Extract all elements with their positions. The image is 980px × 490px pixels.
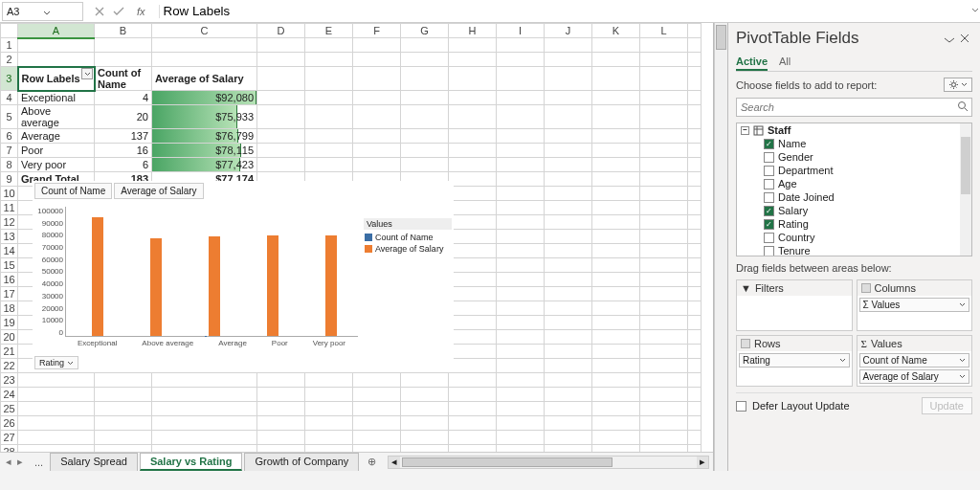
field-checkbox[interactable]: ✓ <box>764 206 774 216</box>
sheet-tab[interactable]: Growth of Company <box>244 453 359 471</box>
pivot-header-cell[interactable]: Count of Name <box>95 67 152 91</box>
field-checkbox[interactable] <box>764 192 774 203</box>
filter-dropdown-icon[interactable] <box>81 68 93 79</box>
row-header[interactable]: 4 <box>1 91 18 105</box>
row-header[interactable]: 8 <box>1 158 18 172</box>
row-header[interactable]: 12 <box>1 215 18 230</box>
row-header[interactable]: 20 <box>1 330 18 345</box>
scroll-thumb[interactable] <box>961 137 970 194</box>
row-header[interactable]: 18 <box>1 301 18 316</box>
chart-filter-button[interactable]: Rating <box>34 356 78 369</box>
row-header[interactable]: 5 <box>1 105 18 129</box>
row-header[interactable]: 6 <box>1 129 18 144</box>
row-header[interactable]: 21 <box>1 345 18 359</box>
cancel-icon[interactable] <box>93 5 106 18</box>
row-header[interactable]: 14 <box>1 244 18 258</box>
values-zone[interactable]: ΣValues Count of NameAverage of Salary <box>857 335 973 387</box>
field-checkbox[interactable] <box>764 179 774 189</box>
add-sheet-icon[interactable]: ⊕ <box>360 456 384 468</box>
pivot-count-cell[interactable]: 6 <box>95 158 152 172</box>
column-header[interactable]: F <box>353 24 401 38</box>
vertical-scrollbar[interactable] <box>714 23 727 471</box>
filters-zone[interactable]: ▼Filters <box>736 279 853 331</box>
row-header[interactable]: 15 <box>1 258 18 273</box>
pivot-avg-cell[interactable]: $76,799 <box>152 129 257 144</box>
scroll-left-icon[interactable]: ◂ <box>389 457 400 468</box>
rows-zone[interactable]: Rows Rating <box>736 335 853 387</box>
field-item[interactable]: Gender <box>737 150 971 164</box>
confirm-icon[interactable] <box>112 5 125 18</box>
field-item[interactable]: ✓Salary <box>737 204 971 217</box>
field-item[interactable]: ✓Rating <box>737 217 971 231</box>
pivot-avg-cell[interactable]: $78,115 <box>152 144 257 158</box>
pivot-row-label[interactable]: Poor <box>18 144 95 158</box>
expand-formula-bar-icon[interactable] <box>967 6 980 17</box>
field-item[interactable]: Department <box>737 164 971 177</box>
zone-pill[interactable]: Σ Values <box>859 298 970 312</box>
field-item[interactable]: Country <box>737 231 971 244</box>
column-header[interactable]: E <box>305 24 353 38</box>
zone-pill[interactable]: Rating <box>739 353 850 368</box>
column-header[interactable]: K <box>592 24 640 38</box>
tab-next-icon[interactable]: ▸ <box>17 456 23 468</box>
field-checkbox[interactable]: ✓ <box>764 219 774 230</box>
row-header[interactable]: 3 <box>1 67 18 91</box>
horizontal-scrollbar[interactable]: ◂ ▸ <box>388 456 709 469</box>
pivot-row-label[interactable]: Above average <box>18 105 95 129</box>
field-item[interactable]: Date Joined <box>737 190 971 204</box>
pivot-avg-cell[interactable]: $75,933 <box>152 105 257 129</box>
collapse-icon[interactable]: − <box>741 126 749 135</box>
panel-tab[interactable]: All <box>779 54 791 71</box>
row-header[interactable]: 27 <box>1 431 18 445</box>
field-checkbox[interactable]: ✓ <box>764 139 774 149</box>
row-header[interactable]: 25 <box>1 402 18 416</box>
pivot-row-label[interactable]: Very poor <box>18 158 95 172</box>
pivot-row-label[interactable]: Exceptional <box>18 91 95 105</box>
scroll-thumb[interactable] <box>402 457 612 467</box>
column-header[interactable]: D <box>257 24 305 38</box>
row-header[interactable]: 9 <box>1 172 18 187</box>
row-header[interactable]: 2 <box>1 53 18 67</box>
column-header[interactable]: C <box>152 24 257 38</box>
sheet-tab[interactable]: Salary vs Rating <box>140 453 243 471</box>
field-list[interactable]: −Staff✓NameGenderDepartmentAgeDate Joine… <box>736 122 972 256</box>
row-header[interactable]: 28 <box>1 445 18 453</box>
row-header[interactable]: 7 <box>1 144 18 158</box>
panel-tab[interactable]: Active <box>736 54 768 71</box>
pivot-count-cell[interactable]: 20 <box>95 105 152 129</box>
tab-overflow[interactable]: ... <box>29 457 49 468</box>
fx-icon[interactable]: fx <box>131 6 151 17</box>
row-header[interactable]: 17 <box>1 287 18 301</box>
chart-field-button[interactable]: Average of Salary <box>114 183 203 199</box>
chart-field-button[interactable]: Count of Name <box>34 183 112 199</box>
formula-input[interactable] <box>160 2 967 21</box>
row-header[interactable]: 23 <box>1 373 18 388</box>
column-header[interactable]: G <box>401 24 449 38</box>
defer-update-checkbox[interactable] <box>736 401 746 412</box>
zone-pill[interactable]: Count of Name <box>859 353 970 368</box>
pivot-avg-cell[interactable]: $92,080 <box>152 91 257 105</box>
update-button[interactable]: Update <box>922 397 972 414</box>
column-header[interactable]: J <box>545 24 592 38</box>
field-checkbox[interactable] <box>764 233 774 243</box>
zone-pill[interactable]: Average of Salary <box>859 369 970 384</box>
row-header[interactable]: 11 <box>1 201 18 215</box>
search-input[interactable] <box>736 98 972 117</box>
row-header[interactable]: 1 <box>1 38 18 53</box>
field-checkbox[interactable] <box>764 152 774 163</box>
row-header[interactable]: 10 <box>1 187 18 201</box>
column-header[interactable]: L <box>640 24 688 38</box>
scroll-thumb[interactable] <box>716 25 726 50</box>
panel-settings-button[interactable] <box>944 78 972 92</box>
pivot-avg-cell[interactable]: $77,423 <box>152 158 257 172</box>
field-list-scrollbar[interactable] <box>960 123 971 256</box>
field-item[interactable]: ✓Name <box>737 137 971 150</box>
pivot-count-cell[interactable]: 16 <box>95 144 152 158</box>
row-header[interactable]: 24 <box>1 388 18 402</box>
field-item[interactable]: Tenure <box>737 244 971 256</box>
column-header[interactable]: I <box>497 24 545 38</box>
column-header[interactable]: A <box>18 24 95 38</box>
row-header[interactable]: 26 <box>1 416 18 431</box>
column-header[interactable]: B <box>95 24 152 38</box>
name-box[interactable]: A3 <box>2 2 83 21</box>
